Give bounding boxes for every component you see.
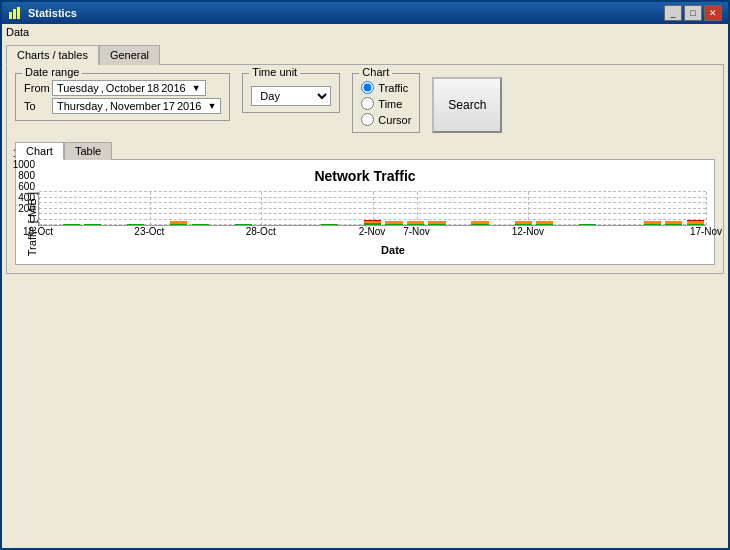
y-tick: 400 bbox=[0, 192, 35, 203]
chart-plot: 020040060080010001200 bbox=[38, 192, 706, 226]
y-tick: 200 bbox=[0, 203, 35, 214]
from-row: From Tuesday , October 18 2016 ▼ bbox=[24, 80, 221, 96]
bar-stack bbox=[644, 221, 661, 225]
radio-time[interactable]: Time bbox=[361, 97, 411, 110]
maximize-button[interactable]: □ bbox=[684, 5, 702, 21]
x-axis-labels: 18-Oct23-Oct28-Oct2-Nov7-Nov12-Nov17-Nov bbox=[38, 226, 706, 242]
bar-group bbox=[168, 192, 190, 225]
bar-green bbox=[536, 224, 553, 226]
bar-green bbox=[192, 224, 209, 225]
app-icon bbox=[8, 6, 22, 20]
svg-rect-1 bbox=[13, 9, 16, 19]
bar-group bbox=[620, 192, 642, 225]
bar-stack bbox=[127, 224, 144, 225]
x-label: 7-Nov bbox=[403, 226, 430, 237]
chart-panel: Network Traffic Traffic [ MiB ] 02004006… bbox=[15, 159, 715, 265]
bar-stack bbox=[515, 221, 532, 225]
title-bar: Statistics _ □ ✕ bbox=[2, 2, 728, 24]
bar-group bbox=[319, 192, 341, 225]
radio-traffic[interactable]: Traffic bbox=[361, 81, 411, 94]
to-month: November bbox=[110, 100, 161, 112]
to-dropdown-icon[interactable]: ▼ bbox=[207, 101, 216, 111]
inner-tabs: Chart Table bbox=[15, 141, 715, 159]
bar-group bbox=[125, 192, 147, 225]
bar-group bbox=[190, 192, 212, 225]
menu-bar: Data bbox=[2, 24, 728, 40]
menu-data[interactable]: Data bbox=[6, 26, 29, 38]
search-button[interactable]: Search bbox=[432, 77, 502, 133]
bar-group bbox=[491, 192, 513, 225]
bar-stack bbox=[192, 224, 209, 225]
radio-traffic-input[interactable] bbox=[361, 81, 374, 94]
tab-general[interactable]: General bbox=[99, 45, 160, 65]
bar-green bbox=[428, 224, 445, 225]
bar-green bbox=[644, 224, 661, 225]
y-tick: 800 bbox=[0, 170, 35, 181]
chart-area: Traffic [ MiB ] 020040060080010001200 18… bbox=[24, 192, 706, 256]
svg-rect-2 bbox=[17, 7, 20, 19]
x-label: 23-Oct bbox=[134, 226, 164, 237]
bar-group bbox=[534, 192, 556, 225]
to-day: Thursday bbox=[57, 100, 103, 112]
bar-green bbox=[235, 224, 252, 225]
bar-green bbox=[665, 224, 682, 225]
bars-container bbox=[39, 192, 706, 225]
bar-stack bbox=[407, 221, 424, 225]
bar-stack bbox=[536, 221, 553, 225]
window-title: Statistics bbox=[28, 7, 77, 19]
bar-green bbox=[127, 224, 144, 225]
bar-green bbox=[385, 224, 402, 225]
bar-stack bbox=[321, 224, 338, 225]
time-unit-group: Time unit Day Week Month bbox=[242, 73, 340, 113]
from-date-field[interactable]: Tuesday , October 18 2016 ▼ bbox=[52, 80, 206, 96]
bar-group bbox=[555, 192, 577, 225]
bar-group bbox=[340, 192, 362, 225]
radio-time-input[interactable] bbox=[361, 97, 374, 110]
chart-type-label: Chart bbox=[359, 66, 392, 78]
tab-chart[interactable]: Chart bbox=[15, 142, 64, 160]
outer-tabs: Charts / tables General bbox=[6, 44, 724, 64]
minimize-button[interactable]: _ bbox=[664, 5, 682, 21]
title-bar-left: Statistics bbox=[8, 6, 77, 20]
bar-group bbox=[598, 192, 620, 225]
bar-group bbox=[104, 192, 126, 225]
radio-cursor-input[interactable] bbox=[361, 113, 374, 126]
bar-group bbox=[147, 192, 169, 225]
bar-group bbox=[254, 192, 276, 225]
bar-group bbox=[448, 192, 470, 225]
tab-table[interactable]: Table bbox=[64, 142, 112, 160]
chart-type-group: Chart Traffic Time Cursor bbox=[352, 73, 420, 133]
from-date: 18 bbox=[147, 82, 159, 94]
bar-group bbox=[362, 192, 384, 225]
radio-cursor[interactable]: Cursor bbox=[361, 113, 411, 126]
bar-stack bbox=[579, 224, 596, 225]
bar-group bbox=[512, 192, 534, 225]
bar-green bbox=[687, 224, 704, 225]
x-axis-title: Date bbox=[38, 244, 706, 256]
v-grid-line bbox=[706, 192, 707, 225]
from-dropdown-icon[interactable]: ▼ bbox=[192, 83, 201, 93]
time-unit-select[interactable]: Day Week Month bbox=[251, 86, 331, 106]
title-controls: _ □ ✕ bbox=[664, 5, 722, 21]
bar-green bbox=[515, 224, 532, 225]
bar-group bbox=[663, 192, 685, 225]
to-date-field[interactable]: Thursday , November 17 2016 ▼ bbox=[52, 98, 221, 114]
tab-charts-tables[interactable]: Charts / tables bbox=[6, 45, 99, 65]
bar-stack bbox=[364, 220, 381, 225]
bar-stack bbox=[63, 224, 80, 225]
to-row: To Thursday , November 17 2016 ▼ bbox=[24, 98, 221, 114]
bar-group bbox=[82, 192, 104, 225]
bar-stack bbox=[170, 221, 187, 225]
y-tick: 1000 bbox=[0, 159, 35, 170]
close-button[interactable]: ✕ bbox=[704, 5, 722, 21]
bar-group bbox=[469, 192, 491, 225]
bar-stack bbox=[84, 224, 101, 225]
bar-stack bbox=[385, 221, 402, 225]
x-label: 2-Nov bbox=[359, 226, 386, 237]
y-tick: 0 bbox=[0, 214, 35, 225]
bar-group bbox=[39, 192, 61, 225]
bar-group bbox=[577, 192, 599, 225]
date-range-label: Date range bbox=[22, 66, 82, 78]
bar-group bbox=[61, 192, 83, 225]
to-label: To bbox=[24, 100, 48, 112]
